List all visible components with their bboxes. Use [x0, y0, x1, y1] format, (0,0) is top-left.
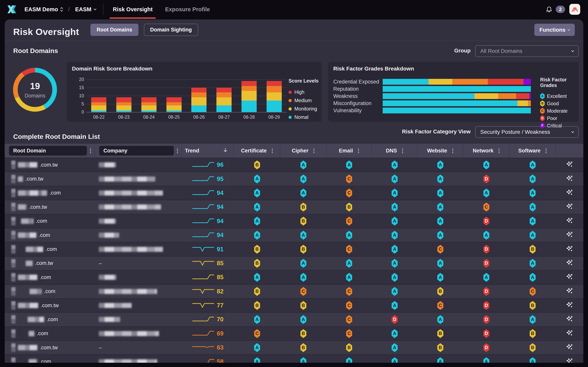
tab-risk-oversight[interactable]: Risk Oversight — [107, 0, 159, 19]
table-row[interactable]: .com.tw–63ABBABDB — [5, 340, 583, 354]
table-row[interactable]: .com82BCCABDC — [5, 284, 583, 298]
table-row[interactable]: .com94AAAAAAA — [5, 228, 583, 242]
table-row[interactable]: .com94ABCAADA — [5, 214, 583, 228]
table-row[interactable]: .com.tw95AACAADA — [5, 172, 583, 186]
sparkle-actions-icon[interactable] — [566, 175, 573, 183]
grade-badge-c: C — [346, 245, 352, 254]
risk-score: 94 — [217, 203, 231, 210]
legend-label: Medium — [294, 98, 312, 103]
sparkle-actions-icon[interactable] — [566, 161, 573, 169]
org-switcher[interactable]: EASM Demo — [25, 6, 63, 13]
kebab-menu-icon[interactable] — [499, 150, 500, 151]
brand-logo[interactable] — [6, 4, 17, 15]
x-axis-tick: 08-27 — [216, 115, 232, 120]
sparkle-actions-icon[interactable] — [566, 245, 573, 254]
company-empty-dash: – — [99, 260, 102, 267]
grade-badge-b: B — [254, 301, 260, 310]
company-name-redacted — [99, 176, 155, 182]
sparkle-actions-icon[interactable] — [566, 315, 573, 324]
kebab-menu-icon[interactable] — [452, 150, 453, 151]
company-cell — [95, 331, 182, 336]
grade-badge-d: D — [483, 287, 489, 296]
grade-badge-a: A — [346, 231, 352, 240]
domain-suffix: .com.tw — [29, 204, 47, 210]
kebab-menu-icon[interactable] — [402, 150, 403, 151]
bar-segment — [475, 93, 498, 99]
column-header-label: Trend — [185, 148, 199, 154]
sparkle-actions-icon[interactable] — [566, 259, 573, 267]
kebab-menu-icon[interactable] — [177, 150, 178, 151]
grade-badge-a: A — [437, 175, 443, 184]
grade-cell-dns: A — [372, 202, 417, 211]
column-filter-box[interactable]: Root Domain — [9, 146, 87, 156]
y-axis-tick: 15 — [73, 85, 84, 90]
product-switcher[interactable]: EASM — [75, 6, 96, 13]
table-row[interactable]: .com.tw94ABBAACA — [5, 200, 583, 214]
table-row[interactable]: .com.tw–85BAAAADA — [5, 256, 583, 270]
avatar[interactable] — [569, 4, 580, 15]
legend-item: DPoor — [540, 115, 579, 122]
table-row[interactable]: .com94AACAAAA — [5, 186, 583, 200]
kebab-menu-icon[interactable] — [546, 150, 547, 151]
sparkle-actions-icon[interactable] — [566, 287, 573, 296]
grade-badge-c: C — [346, 175, 352, 184]
grade-badge-a: A — [254, 357, 260, 363]
sparkle-actions-icon[interactable] — [566, 329, 573, 338]
functions-button[interactable]: Functions — [534, 24, 575, 36]
table-row[interactable]: .com69CBCABDB — [5, 326, 583, 340]
sort-descending-icon[interactable] — [223, 147, 228, 154]
table-row[interactable]: .com85AAAAAAA — [5, 270, 583, 284]
kebab-menu-icon[interactable] — [272, 150, 273, 151]
grade-cell-software: B — [510, 245, 556, 254]
grade-cell-certificate: A — [234, 273, 280, 282]
root-domains-toggle[interactable]: Root Domains — [90, 24, 138, 36]
domain-sighting-toggle[interactable]: Domain Sighting — [144, 24, 198, 36]
table-row[interactable]: .com.tw77BBCACDB — [5, 298, 583, 312]
risk-factor-label: Misconfiguration — [333, 100, 383, 106]
table-row[interactable]: .com.tw96BAAAAAA — [5, 158, 583, 172]
risk-factor-grades-panel: Risk Factor Grades Breakdown Credential … — [328, 62, 579, 122]
tab-exposure-profile[interactable]: Exposure Profile — [159, 0, 216, 19]
grade-cell-email: C — [327, 175, 372, 184]
table-row[interactable]: .com58AAAAAAA — [5, 354, 583, 363]
sparkle-actions-icon[interactable] — [566, 203, 573, 211]
page: EASM Demo / EASM Risk OversightExposure … — [0, 0, 588, 367]
group-select[interactable]: All Root Domains — [475, 45, 579, 57]
grade-badge-a: A — [392, 259, 398, 268]
bar-segment — [383, 93, 475, 99]
sparkle-actions-icon[interactable] — [566, 301, 573, 310]
kebab-menu-icon[interactable] — [90, 150, 91, 151]
grade-cell-dns: A — [372, 287, 417, 296]
column-filter-box[interactable]: Company — [99, 146, 174, 156]
domain-suffix: .com — [36, 218, 47, 224]
notifications-button[interactable] — [546, 6, 553, 13]
kebab-menu-icon[interactable] — [358, 150, 359, 151]
category-view-select[interactable]: Security Posture / Weakness — [475, 126, 579, 138]
legend-label: Poor — [547, 116, 557, 121]
bar-segment — [242, 100, 257, 112]
column-header-actions — [556, 144, 583, 158]
bar-segment — [166, 102, 182, 106]
root-domain-cell: .com — [5, 273, 95, 282]
sparkle-actions-icon[interactable] — [566, 358, 573, 363]
bar-segment — [91, 110, 106, 112]
grade-cell-website: A — [417, 231, 463, 240]
sparkle-actions-icon[interactable] — [566, 273, 573, 282]
root-domain-cell: .com — [5, 287, 95, 296]
trend-cell: 58 — [182, 358, 234, 363]
favicon-redacted — [11, 161, 16, 169]
table-row[interactable]: .com70AACDADA — [5, 312, 583, 326]
grade-badge-a: A — [483, 357, 489, 363]
grade-badge-b: B — [530, 329, 536, 338]
sparkle-actions-icon[interactable] — [566, 231, 573, 239]
sparkle-actions-icon[interactable] — [566, 217, 573, 225]
table-row[interactable]: .com91BBCACDB — [5, 242, 583, 256]
company-cell: – — [95, 344, 182, 351]
grade-badge-a: A — [392, 329, 398, 338]
sparkle-actions-icon[interactable] — [566, 189, 573, 197]
legend-item: BGood — [540, 100, 579, 107]
kebab-menu-icon[interactable] — [313, 150, 314, 151]
sparkle-actions-icon[interactable] — [566, 343, 573, 352]
column-header-dns: DNS — [372, 144, 417, 158]
grade-badge-a: A — [392, 245, 398, 254]
